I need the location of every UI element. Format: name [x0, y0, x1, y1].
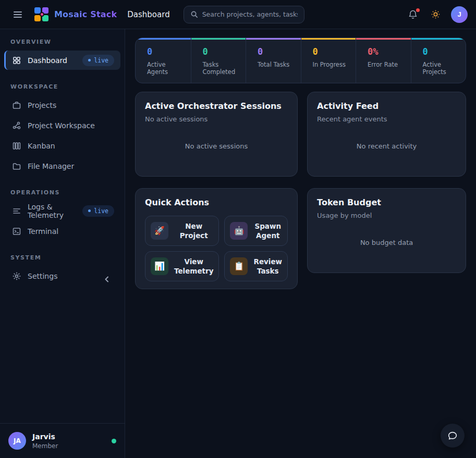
page-title: Dashboard — [127, 10, 169, 19]
sidebar-item-project-workspace[interactable]: Project Workspace — [4, 116, 120, 135]
stat-accent-bar — [246, 38, 301, 40]
robot-icon: 🤖 — [230, 222, 248, 240]
stat-error-rate: 0% Error Rate — [356, 38, 411, 83]
folder-icon — [12, 162, 21, 171]
card-title: Activity Feed — [317, 101, 456, 111]
card-activity-feed: Activity Feed Recent agent events No rec… — [307, 92, 466, 177]
sidebar-item-label: Project Workspace — [28, 121, 95, 130]
stat-active-projects: 0 Active Projects — [411, 38, 466, 83]
top-bar: Mosaic Stack Dashboard — [0, 0, 476, 29]
mosaic-logo-icon — [34, 7, 49, 22]
gear-icon — [12, 271, 21, 281]
sun-icon — [431, 9, 441, 19]
briefcase-icon — [12, 101, 21, 110]
rocket-icon: 🚀 — [151, 222, 168, 240]
review-tasks-button[interactable]: 📋 Review Tasks — [224, 251, 288, 281]
stats-row: 0 Active Agents 0 Tasks Completed 0 Tota… — [135, 38, 466, 83]
menu-toggle-button[interactable] — [8, 5, 27, 24]
chat-button[interactable] — [441, 424, 465, 448]
stat-label: Active Agents — [147, 61, 187, 76]
user-role: Member — [32, 442, 58, 450]
topbar-actions: J — [406, 6, 468, 23]
notifications-button[interactable] — [406, 7, 420, 22]
nodes-icon — [12, 121, 21, 130]
section-label-system: SYSTEM — [0, 249, 125, 265]
sidebar-item-kanban[interactable]: Kanban — [4, 136, 120, 155]
user-avatar[interactable]: J — [451, 6, 468, 23]
sidebar: OVERVIEW Dashboard live WORKSPACE Projec… — [0, 29, 125, 458]
kanban-columns-icon — [12, 141, 21, 151]
card-subtitle: Recent agent events — [317, 115, 456, 123]
search-icon — [190, 10, 198, 18]
bar-chart-icon: 📊 — [151, 257, 168, 275]
live-badge: live — [82, 205, 114, 217]
sidebar-user-card[interactable]: JA Jarvis Member — [0, 423, 125, 458]
card-title: Active Orchestrator Sessions — [145, 101, 288, 111]
stat-active-agents: 0 Active Agents — [136, 38, 191, 83]
chat-bubble-icon — [447, 430, 458, 441]
stat-value: 0% — [368, 46, 407, 57]
stat-accent-bar — [301, 38, 356, 40]
sidebar-item-label: Kanban — [28, 142, 55, 150]
quick-actions-grid: 🚀 New Project 🤖 Spawn Agent 📊 View Telem… — [145, 216, 288, 281]
sidebar-item-label: Logs & Telemetry — [28, 203, 76, 219]
chevron-left-icon — [103, 275, 111, 283]
quick-action-label: Review Tasks — [253, 257, 282, 276]
sidebar-item-file-manager[interactable]: File Manager — [4, 156, 120, 176]
stat-label: Total Tasks — [258, 61, 297, 68]
spawn-agent-button[interactable]: 🤖 Spawn Agent — [224, 216, 288, 246]
user-avatar-small: JA — [8, 432, 26, 450]
sidebar-item-terminal[interactable]: Terminal — [4, 221, 120, 241]
dashboard-grid-icon — [12, 56, 21, 65]
sidebar-item-label: Terminal — [28, 227, 58, 236]
new-project-button[interactable]: 🚀 New Project — [145, 216, 219, 246]
user-name: Jarvis — [32, 432, 58, 441]
dashboard-cards-grid: Active Orchestrator Sessions No active s… — [135, 92, 466, 289]
stat-total-tasks: 0 Total Tasks — [246, 38, 301, 83]
stat-accent-bar — [356, 38, 411, 40]
main-content: 0 Active Agents 0 Tasks Completed 0 Tota… — [125, 29, 476, 458]
stat-label: Error Rate — [368, 61, 407, 68]
sidebar-item-label: Dashboard — [28, 56, 67, 65]
terminal-icon — [12, 227, 21, 236]
stat-value: 0 — [313, 46, 352, 57]
view-telemetry-button[interactable]: 📊 View Telemetry — [145, 251, 219, 281]
logs-icon — [12, 206, 21, 216]
global-search[interactable] — [184, 6, 304, 23]
stat-accent-bar — [411, 38, 466, 40]
stat-label: In Progress — [313, 61, 352, 68]
sidebar-item-label: Projects — [28, 101, 56, 109]
search-input[interactable] — [202, 10, 298, 18]
hamburger-icon — [13, 9, 23, 20]
empty-state-text: No recent activity — [317, 123, 456, 169]
clipboard-icon: 📋 — [230, 257, 248, 275]
sidebar-item-dashboard[interactable]: Dashboard live — [4, 51, 120, 70]
sidebar-item-projects[interactable]: Projects — [4, 95, 120, 115]
empty-state-text: No active sessions — [145, 123, 288, 169]
sidebar-item-label: File Manager — [28, 162, 74, 170]
section-label-overview: OVERVIEW — [0, 33, 125, 49]
sidebar-collapse-button[interactable] — [101, 273, 113, 286]
online-status-dot — [112, 439, 116, 443]
stat-accent-bar — [191, 38, 246, 40]
stat-value: 0 — [423, 46, 462, 57]
quick-action-label: Spawn Agent — [253, 221, 282, 240]
section-label-operations: OPERATIONS — [0, 184, 125, 200]
empty-state-text: No budget data — [317, 219, 456, 265]
section-label-workspace: WORKSPACE — [0, 78, 125, 94]
stat-tasks-completed: 0 Tasks Completed — [191, 38, 246, 83]
theme-toggle-button[interactable] — [429, 7, 443, 21]
stat-label: Tasks Completed — [203, 61, 242, 76]
sidebar-item-logs-telemetry[interactable]: Logs & Telemetry live — [4, 201, 120, 220]
notification-dot — [416, 8, 420, 12]
card-subtitle: No active sessions — [145, 115, 288, 123]
card-title: Quick Actions — [145, 197, 288, 207]
sidebar-item-label: Settings — [28, 272, 57, 280]
live-dot-icon — [88, 59, 91, 61]
live-badge: live — [82, 55, 114, 66]
brand-title: Mosaic Stack — [54, 9, 117, 19]
quick-action-label: View Telemetry — [174, 257, 213, 276]
quick-action-label: New Project — [174, 221, 213, 240]
card-quick-actions: Quick Actions 🚀 New Project 🤖 Spawn Agen… — [135, 188, 298, 289]
stat-value: 0 — [258, 46, 297, 57]
